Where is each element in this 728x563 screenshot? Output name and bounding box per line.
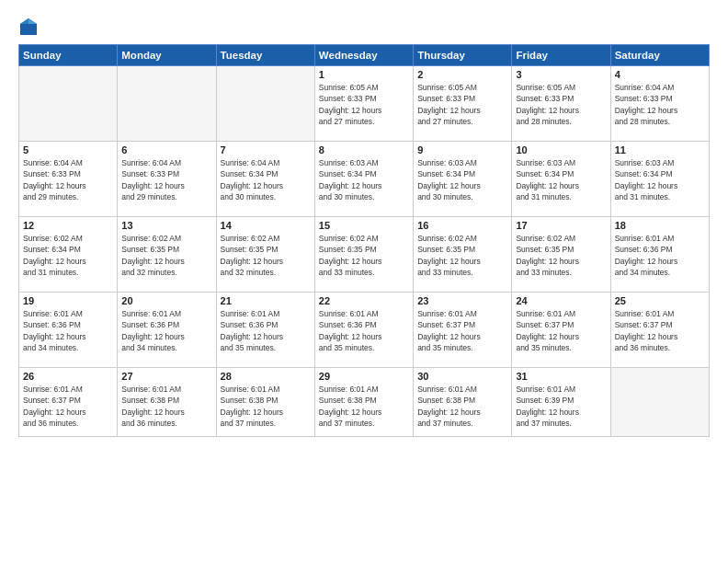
page: SundayMondayTuesdayWednesdayThursdayFrid… xyxy=(0,0,728,563)
day-number: 1 xyxy=(319,69,409,80)
weekday-header-friday: Friday xyxy=(512,45,610,66)
calendar-cell: 6Sunrise: 6:04 AMSunset: 6:33 PMDaylight… xyxy=(118,142,216,217)
day-number: 10 xyxy=(516,144,606,155)
calendar-week-row: 1Sunrise: 6:05 AMSunset: 6:33 PMDaylight… xyxy=(19,66,710,142)
day-number: 4 xyxy=(615,69,705,80)
day-info: Sunrise: 6:03 AMSunset: 6:34 PMDaylight:… xyxy=(615,157,705,202)
day-info: Sunrise: 6:02 AMSunset: 6:35 PMDaylight:… xyxy=(516,233,606,278)
day-number: 29 xyxy=(319,371,409,382)
day-number: 14 xyxy=(221,220,311,231)
calendar-cell: 27Sunrise: 6:01 AMSunset: 6:38 PMDayligh… xyxy=(118,368,216,437)
day-info: Sunrise: 6:01 AMSunset: 6:39 PMDaylight:… xyxy=(516,384,606,429)
day-number: 28 xyxy=(221,371,311,382)
day-info: Sunrise: 6:03 AMSunset: 6:34 PMDaylight:… xyxy=(319,157,409,202)
day-number: 3 xyxy=(516,69,606,80)
weekday-header-thursday: Thursday xyxy=(414,45,512,66)
day-number: 27 xyxy=(121,371,211,382)
calendar-cell: 10Sunrise: 6:03 AMSunset: 6:34 PMDayligh… xyxy=(512,142,610,217)
calendar-cell: 28Sunrise: 6:01 AMSunset: 6:38 PMDayligh… xyxy=(216,368,314,437)
svg-marker-2 xyxy=(20,18,28,24)
header xyxy=(18,17,710,37)
calendar-cell: 31Sunrise: 6:01 AMSunset: 6:39 PMDayligh… xyxy=(512,368,610,437)
day-number: 30 xyxy=(417,371,507,382)
day-number: 23 xyxy=(417,295,507,306)
calendar-cell: 2Sunrise: 6:05 AMSunset: 6:33 PMDaylight… xyxy=(414,66,512,142)
day-number: 22 xyxy=(319,295,409,306)
day-number: 17 xyxy=(516,220,606,231)
calendar-cell: 30Sunrise: 6:01 AMSunset: 6:38 PMDayligh… xyxy=(414,368,512,437)
day-number: 25 xyxy=(615,295,705,306)
day-info: Sunrise: 6:01 AMSunset: 6:36 PMDaylight:… xyxy=(121,308,211,353)
day-number: 19 xyxy=(23,295,113,306)
calendar-cell: 29Sunrise: 6:01 AMSunset: 6:38 PMDayligh… xyxy=(314,368,413,437)
day-info: Sunrise: 6:04 AMSunset: 6:33 PMDaylight:… xyxy=(23,157,113,202)
day-number: 21 xyxy=(221,295,311,306)
logo-icon xyxy=(18,17,39,37)
calendar-cell: 18Sunrise: 6:01 AMSunset: 6:36 PMDayligh… xyxy=(610,217,709,293)
day-number: 13 xyxy=(121,220,211,231)
calendar-cell: 14Sunrise: 6:02 AMSunset: 6:35 PMDayligh… xyxy=(216,217,314,293)
calendar-week-row: 26Sunrise: 6:01 AMSunset: 6:37 PMDayligh… xyxy=(19,368,710,437)
day-info: Sunrise: 6:04 AMSunset: 6:33 PMDaylight:… xyxy=(121,157,211,202)
day-number: 5 xyxy=(23,144,113,155)
day-info: Sunrise: 6:01 AMSunset: 6:37 PMDaylight:… xyxy=(417,308,507,353)
calendar-table: SundayMondayTuesdayWednesdayThursdayFrid… xyxy=(18,44,710,437)
weekday-header-saturday: Saturday xyxy=(610,45,709,66)
calendar-cell: 17Sunrise: 6:02 AMSunset: 6:35 PMDayligh… xyxy=(512,217,610,293)
calendar-cell: 22Sunrise: 6:01 AMSunset: 6:36 PMDayligh… xyxy=(314,293,413,368)
day-number: 15 xyxy=(319,220,409,231)
day-info: Sunrise: 6:01 AMSunset: 6:36 PMDaylight:… xyxy=(23,308,113,353)
calendar-cell: 26Sunrise: 6:01 AMSunset: 6:37 PMDayligh… xyxy=(19,368,118,437)
day-number: 6 xyxy=(121,144,211,155)
calendar-cell: 7Sunrise: 6:04 AMSunset: 6:34 PMDaylight… xyxy=(216,142,314,217)
day-info: Sunrise: 6:03 AMSunset: 6:34 PMDaylight:… xyxy=(516,157,606,202)
day-info: Sunrise: 6:02 AMSunset: 6:35 PMDaylight:… xyxy=(121,233,211,278)
day-info: Sunrise: 6:02 AMSunset: 6:35 PMDaylight:… xyxy=(221,233,311,278)
calendar-cell: 21Sunrise: 6:01 AMSunset: 6:36 PMDayligh… xyxy=(216,293,314,368)
calendar-cell xyxy=(19,66,118,142)
day-number: 2 xyxy=(417,69,507,80)
day-info: Sunrise: 6:05 AMSunset: 6:33 PMDaylight:… xyxy=(417,82,507,127)
day-info: Sunrise: 6:01 AMSunset: 6:37 PMDaylight:… xyxy=(615,308,705,353)
calendar-week-row: 5Sunrise: 6:04 AMSunset: 6:33 PMDaylight… xyxy=(19,142,710,217)
calendar-week-row: 12Sunrise: 6:02 AMSunset: 6:34 PMDayligh… xyxy=(19,217,710,293)
calendar-cell: 11Sunrise: 6:03 AMSunset: 6:34 PMDayligh… xyxy=(610,142,709,217)
day-number: 7 xyxy=(221,144,311,155)
day-number: 20 xyxy=(121,295,211,306)
day-number: 11 xyxy=(615,144,705,155)
calendar-cell: 8Sunrise: 6:03 AMSunset: 6:34 PMDaylight… xyxy=(314,142,413,217)
weekday-header-monday: Monday xyxy=(118,45,216,66)
calendar-cell xyxy=(610,368,709,437)
day-info: Sunrise: 6:03 AMSunset: 6:34 PMDaylight:… xyxy=(417,157,507,202)
calendar-cell: 5Sunrise: 6:04 AMSunset: 6:33 PMDaylight… xyxy=(19,142,118,217)
weekday-header-wednesday: Wednesday xyxy=(314,45,413,66)
calendar-cell: 20Sunrise: 6:01 AMSunset: 6:36 PMDayligh… xyxy=(118,293,216,368)
calendar-cell: 15Sunrise: 6:02 AMSunset: 6:35 PMDayligh… xyxy=(314,217,413,293)
day-info: Sunrise: 6:04 AMSunset: 6:33 PMDaylight:… xyxy=(615,82,705,127)
day-info: Sunrise: 6:01 AMSunset: 6:36 PMDaylight:… xyxy=(221,308,311,353)
calendar-cell: 9Sunrise: 6:03 AMSunset: 6:34 PMDaylight… xyxy=(414,142,512,217)
day-info: Sunrise: 6:01 AMSunset: 6:36 PMDaylight:… xyxy=(319,308,409,353)
day-number: 18 xyxy=(615,220,705,231)
calendar-cell: 1Sunrise: 6:05 AMSunset: 6:33 PMDaylight… xyxy=(314,66,413,142)
day-info: Sunrise: 6:01 AMSunset: 6:38 PMDaylight:… xyxy=(121,384,211,429)
calendar-week-row: 19Sunrise: 6:01 AMSunset: 6:36 PMDayligh… xyxy=(19,293,710,368)
day-info: Sunrise: 6:01 AMSunset: 6:38 PMDaylight:… xyxy=(319,384,409,429)
calendar-cell: 23Sunrise: 6:01 AMSunset: 6:37 PMDayligh… xyxy=(414,293,512,368)
calendar-cell: 16Sunrise: 6:02 AMSunset: 6:35 PMDayligh… xyxy=(414,217,512,293)
day-number: 9 xyxy=(417,144,507,155)
calendar-cell: 12Sunrise: 6:02 AMSunset: 6:34 PMDayligh… xyxy=(19,217,118,293)
day-info: Sunrise: 6:02 AMSunset: 6:35 PMDaylight:… xyxy=(417,233,507,278)
calendar-cell: 13Sunrise: 6:02 AMSunset: 6:35 PMDayligh… xyxy=(118,217,216,293)
day-info: Sunrise: 6:01 AMSunset: 6:37 PMDaylight:… xyxy=(23,384,113,429)
day-number: 24 xyxy=(516,295,606,306)
day-info: Sunrise: 6:02 AMSunset: 6:34 PMDaylight:… xyxy=(23,233,113,278)
calendar-cell: 4Sunrise: 6:04 AMSunset: 6:33 PMDaylight… xyxy=(610,66,709,142)
day-info: Sunrise: 6:01 AMSunset: 6:38 PMDaylight:… xyxy=(417,384,507,429)
day-info: Sunrise: 6:02 AMSunset: 6:35 PMDaylight:… xyxy=(319,233,409,278)
calendar-cell: 25Sunrise: 6:01 AMSunset: 6:37 PMDayligh… xyxy=(610,293,709,368)
weekday-header-tuesday: Tuesday xyxy=(216,45,314,66)
weekday-header-sunday: Sunday xyxy=(19,45,118,66)
svg-marker-1 xyxy=(28,18,37,24)
day-info: Sunrise: 6:01 AMSunset: 6:38 PMDaylight:… xyxy=(221,384,311,429)
